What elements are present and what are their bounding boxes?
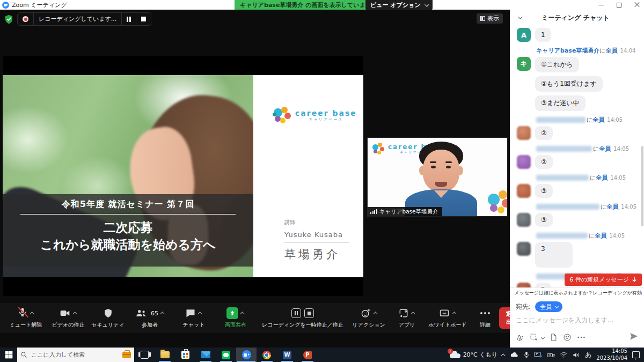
tray-expand-icon[interactable] [501,353,505,358]
chat-button[interactable]: チャット [174,307,214,329]
recording-pause-stop-button[interactable]: レコーディングを一時停止／停止 [258,307,348,329]
weather-text: 20°C くもり [463,351,497,359]
recipient[interactable]: 全員 [606,47,618,55]
close-button[interactable] [634,2,640,8]
recipient-selector[interactable]: 全員 [535,301,562,312]
taskbar-app-word[interactable]: W [277,348,297,362]
chevron-up-icon[interactable] [72,312,77,316]
avatar [517,213,531,227]
stop-icon[interactable] [304,308,314,318]
new-messages-button[interactable]: 6 件の新規メッセージ [565,274,642,286]
taskbar-app-chrome[interactable] [257,348,277,362]
chat-scrollbar[interactable] [641,146,643,226]
apps-button[interactable]: アプリ [390,307,424,329]
tray-screenshare-icon[interactable] [534,351,542,358]
chat-privacy-notice: メッセージは誰に表示されますか？レコーディングが有効 [510,287,644,298]
chevron-down-icon[interactable] [541,335,545,339]
search-icon [20,351,27,358]
slide-title-line2: これから就職活動を始める方へ [3,236,253,253]
chevron-up-icon[interactable] [411,312,415,316]
reactions-button[interactable]: リアクション [348,307,390,329]
recording-pause-button[interactable] [121,13,136,25]
message-bubble: 1 [535,28,551,42]
screenshot-icon[interactable] [530,333,538,342]
participants-button[interactable]: 65 参加者 [126,307,174,329]
taskbar-app-store[interactable] [175,348,195,362]
pause-icon[interactable] [291,308,301,318]
taskbar-app-zoom[interactable] [236,348,257,362]
chevron-up-icon[interactable] [30,312,34,316]
search-input[interactable] [31,351,106,358]
share-screen-button[interactable]: 画面共有 [214,307,258,329]
weather-cloud-icon: 1 [450,351,460,358]
taskbar-app-line[interactable] [216,348,236,362]
taskbar-app-explorer[interactable] [155,348,175,362]
chat-message-input[interactable] [516,316,639,324]
emoji-icon[interactable] [563,333,572,342]
chevron-up-icon[interactable] [240,312,244,316]
chevron-up-icon[interactable] [197,312,202,316]
maximize-button[interactable] [617,3,621,8]
chat-title: ミーティング チャット [521,13,630,23]
lecturer-name-jp: 草場勇介 [284,247,349,262]
recipient[interactable]: 全員 [595,232,606,240]
more-options-icon[interactable] [577,336,586,339]
message-bubble: ③まだ迷い中 [535,95,586,111]
chevron-up-icon[interactable] [160,312,164,316]
participants-icon [135,308,148,319]
chat-message: に全員14:05 ③ [517,203,640,227]
ime-indicator[interactable]: あ [585,350,591,359]
more-button[interactable]: 詳細 [471,307,499,329]
wifi-icon[interactable] [560,352,568,358]
career-base-logo-icon [273,106,292,125]
taskbar-app-mail[interactable] [195,348,216,362]
message-time: 14:04 [620,48,636,54]
apps-icon [398,308,409,319]
onedrive-icon[interactable] [510,352,519,358]
security-button[interactable]: セキュリティ [90,307,126,329]
view-options-button[interactable]: ビュー オプション [365,0,433,10]
career-base-logo-corner [485,189,507,216]
start-button[interactable] [0,348,17,362]
shield-icon [103,308,113,319]
recipient[interactable]: 全員 [592,116,604,124]
recording-stop-button[interactable] [136,13,151,25]
chevron-up-icon[interactable] [373,312,377,316]
taskbar-search[interactable] [17,348,134,362]
format-text-icon[interactable] [516,333,524,342]
task-view-button[interactable] [134,348,155,362]
taskbar-app-powerpoint[interactable]: P [297,348,318,362]
task-view-icon [141,351,149,359]
message-bubble: ②もう1回受けます [535,76,603,92]
tray-microphone-icon[interactable] [524,351,529,359]
whiteboard-button[interactable]: ホワイトボード [424,307,471,329]
thumbnail-display-button[interactable]: 表示 [477,13,503,24]
chat-message: A 1 [517,28,640,42]
microsoft-store-icon [181,351,189,359]
tray-device-icon[interactable] [547,352,555,358]
clock-date: 2023/10/04 [596,355,627,362]
taskbar-clock[interactable]: 14:05 2023/10/04 [596,348,627,361]
windows-logo-icon [5,351,13,359]
chevron-up-icon[interactable] [452,312,456,316]
presenter-video-thumbnail[interactable]: career base キャリアベース キャリアbase草場勇介 [368,138,507,216]
lecturer-label: 講師 [284,219,349,226]
recipient[interactable]: 全員 [596,174,608,182]
taskbar-weather[interactable]: 1 20°C くもり [450,351,497,359]
chevron-down-icon [554,304,559,308]
blurred-sender-name [536,146,592,152]
recipient[interactable]: 全員 [606,203,618,211]
screen-share-banner: キャリアbase草場勇介 の画面を表示しています [235,0,377,10]
action-center-icon[interactable] [632,351,640,358]
unmute-button[interactable]: ミュート解除 [5,307,46,329]
chat-bubble-icon [185,308,196,319]
minimize-button[interactable] [598,5,604,5]
recipient[interactable]: 全員 [599,145,611,153]
file-icon[interactable] [550,333,558,342]
slide-photo-woman: 令和5年度 就活セミナー 第７回 二次応募 これから就職活動を始める方へ [3,75,253,277]
stop-video-button[interactable]: ビデオの停止 [46,307,90,329]
sender-name[interactable]: キャリアbase草場勇介 [536,47,599,55]
send-button[interactable] [629,331,639,343]
speaker-icon[interactable] [573,352,580,358]
chat-message: キャリアbase草場勇介に全員 14:04 キ ①これから ②もう1回受けます … [517,47,640,111]
